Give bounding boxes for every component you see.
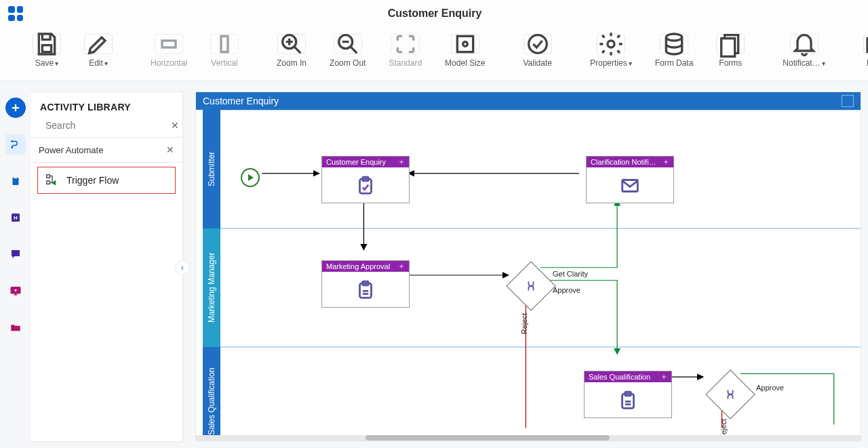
edge-label-approve-2: Approve — [756, 384, 784, 392]
svg-rect-1 — [162, 41, 176, 47]
clear-search-icon[interactable]: ✕ — [171, 120, 179, 131]
svg-point-38 — [663, 376, 665, 378]
zoom-out-icon — [334, 34, 362, 54]
page-title: Customer Enquiry — [23, 7, 846, 20]
lane-submitter[interactable] — [220, 110, 861, 228]
horizontal-scrollbar[interactable] — [196, 435, 861, 441]
chevron-down-icon: ▾ — [629, 60, 632, 67]
notifications-button[interactable]: Notificat…▾ — [777, 31, 830, 70]
folder-icon — [863, 34, 868, 54]
vertical-icon — [210, 34, 239, 54]
folder-tab-icon[interactable] — [5, 317, 26, 338]
chevron-down-icon: ▾ — [104, 60, 108, 67]
node-marketing-approval[interactable]: Marketing Approval — [321, 260, 410, 308]
vertical-button: Vertical — [205, 31, 244, 70]
zoom-standard-button: Standard — [383, 31, 427, 70]
svg-rect-15 — [14, 176, 17, 178]
clipboard-check-icon — [354, 174, 377, 197]
forms-icon — [716, 34, 745, 54]
zoom-in-button[interactable]: Zoom In — [271, 31, 312, 70]
clipboard-tab-icon[interactable] — [5, 171, 26, 191]
bell-icon — [790, 34, 818, 54]
svg-point-13 — [12, 147, 13, 148]
start-event[interactable] — [241, 168, 260, 187]
library-item-trigger-flow[interactable]: Trigger Flow — [37, 167, 176, 194]
forms-button[interactable]: Forms — [711, 31, 750, 70]
svg-rect-21 — [47, 175, 50, 178]
save-button[interactable]: Save▾ — [27, 31, 66, 70]
collapse-section-icon[interactable]: ✕ — [166, 144, 174, 155]
node-sales-qualification[interactable]: Sales Qualification — [584, 371, 672, 418]
mail-icon — [618, 174, 642, 197]
svg-rect-2 — [221, 36, 228, 52]
trigger-flow-icon — [45, 173, 60, 188]
svg-point-33 — [665, 161, 667, 163]
lane-label-sales: Sales Qualification — [203, 347, 220, 441]
svg-text:H: H — [14, 215, 17, 221]
search-input[interactable] — [44, 119, 165, 131]
svg-point-12 — [12, 141, 13, 142]
lane-label-submitter: Submitter — [203, 110, 220, 228]
lane-sales[interactable] — [220, 347, 861, 441]
svg-rect-14 — [12, 178, 18, 185]
library-section-header[interactable]: Power Automate ✕ — [31, 138, 182, 163]
horizontal-icon — [155, 34, 183, 54]
header-tab-icon[interactable]: H — [5, 207, 26, 228]
edge-label-reject: Reject — [520, 313, 528, 334]
svg-rect-11 — [722, 39, 735, 57]
svg-rect-0 — [42, 45, 51, 52]
zoom-out-button[interactable]: Zoom Out — [324, 31, 371, 70]
node-customer-enquiry[interactable]: Customer Enquiry — [321, 156, 410, 203]
gear-icon[interactable] — [398, 263, 405, 270]
properties-button[interactable]: Properties▾ — [585, 31, 637, 70]
activity-library-panel: ACTIVITY LIBRARY ✕ Power Automate ✕ Trig… — [31, 91, 183, 441]
app-grid-icon[interactable] — [8, 6, 23, 21]
process-canvas[interactable]: Customer Enquiry Submitter Marketing Man… — [195, 91, 861, 441]
icon-rail: H — [0, 81, 31, 448]
gear-icon[interactable] — [663, 159, 669, 165]
svg-point-19 — [14, 289, 17, 292]
svg-point-6 — [462, 42, 467, 47]
svg-point-35 — [401, 266, 403, 268]
chat-tab-icon[interactable] — [5, 244, 26, 264]
form-data-button[interactable]: Form Data — [650, 31, 699, 70]
edit-button[interactable]: Edit▾ — [79, 31, 118, 70]
clipboard-icon — [354, 279, 377, 302]
chevron-down-icon: ▾ — [55, 60, 58, 67]
collapse-panel-button[interactable]: ‹ — [175, 260, 190, 275]
gear-icon[interactable] — [398, 159, 405, 165]
chevron-down-icon: ▾ — [822, 60, 825, 67]
zoom-standard-icon — [391, 34, 420, 54]
svg-point-9 — [666, 34, 682, 41]
model-size-icon — [451, 34, 479, 54]
gear-icon — [597, 34, 625, 54]
svg-point-7 — [528, 35, 547, 54]
lane-label-marketing: Marketing Manager — [203, 228, 220, 347]
misc-button[interactable]: Misc▾ — [858, 31, 868, 70]
library-header: ACTIVITY LIBRARY — [31, 92, 182, 119]
validate-button[interactable]: Validate — [517, 31, 557, 70]
add-button[interactable] — [5, 98, 26, 118]
flow-tab-icon[interactable] — [5, 134, 26, 155]
svg-point-8 — [608, 41, 614, 47]
toolbar: Save▾ Edit▾ Horizontal Vertical Zoom In … — [0, 27, 868, 81]
save-icon — [33, 34, 61, 54]
svg-rect-22 — [47, 181, 50, 184]
gear-icon[interactable] — [660, 373, 667, 380]
node-clarification[interactable]: Clarification Notifi… — [586, 156, 674, 203]
expand-canvas-icon[interactable] — [842, 95, 854, 107]
validate-icon — [524, 34, 552, 54]
svg-rect-5 — [457, 36, 473, 52]
horizontal-button: Horizontal — [145, 31, 193, 70]
edit-icon — [84, 34, 113, 54]
zoom-in-icon — [277, 34, 306, 54]
svg-point-30 — [401, 161, 403, 163]
edge-label-approve: Approve — [553, 286, 580, 294]
edge-label-get-clarity: Get Clarity — [553, 270, 588, 278]
model-size-button[interactable]: Model Size — [439, 31, 490, 70]
clipboard-icon — [616, 389, 639, 412]
database-icon — [660, 34, 688, 54]
monitor-tab-icon[interactable] — [5, 281, 26, 301]
canvas-title-bar: Customer Enquiry — [196, 92, 861, 110]
